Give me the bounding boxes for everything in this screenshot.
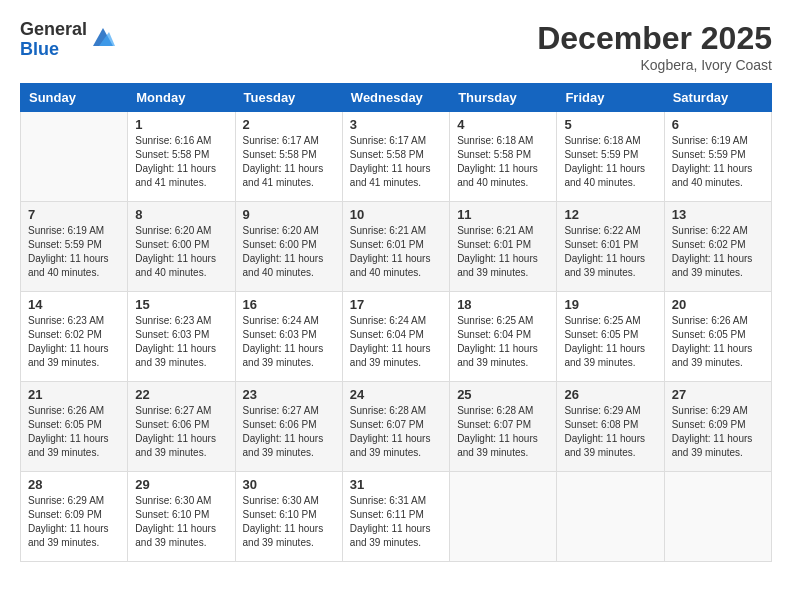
calendar-cell: 20Sunrise: 6:26 AM Sunset: 6:05 PM Dayli… [664, 292, 771, 382]
calendar-cell: 31Sunrise: 6:31 AM Sunset: 6:11 PM Dayli… [342, 472, 449, 562]
weekday-header: Monday [128, 84, 235, 112]
day-number: 28 [28, 477, 120, 492]
day-number: 2 [243, 117, 335, 132]
calendar-header-row: SundayMondayTuesdayWednesdayThursdayFrid… [21, 84, 772, 112]
day-number: 26 [564, 387, 656, 402]
calendar-week-row: 1Sunrise: 6:16 AM Sunset: 5:58 PM Daylig… [21, 112, 772, 202]
calendar-cell: 26Sunrise: 6:29 AM Sunset: 6:08 PM Dayli… [557, 382, 664, 472]
day-number: 31 [350, 477, 442, 492]
calendar-week-row: 14Sunrise: 6:23 AM Sunset: 6:02 PM Dayli… [21, 292, 772, 382]
calendar-cell: 8Sunrise: 6:20 AM Sunset: 6:00 PM Daylig… [128, 202, 235, 292]
day-number: 6 [672, 117, 764, 132]
day-info: Sunrise: 6:23 AM Sunset: 6:03 PM Dayligh… [135, 314, 227, 370]
day-number: 13 [672, 207, 764, 222]
calendar-cell: 3Sunrise: 6:17 AM Sunset: 5:58 PM Daylig… [342, 112, 449, 202]
day-number: 20 [672, 297, 764, 312]
day-number: 27 [672, 387, 764, 402]
calendar-cell: 11Sunrise: 6:21 AM Sunset: 6:01 PM Dayli… [450, 202, 557, 292]
day-number: 4 [457, 117, 549, 132]
day-number: 5 [564, 117, 656, 132]
calendar-cell: 25Sunrise: 6:28 AM Sunset: 6:07 PM Dayli… [450, 382, 557, 472]
day-info: Sunrise: 6:30 AM Sunset: 6:10 PM Dayligh… [135, 494, 227, 550]
day-info: Sunrise: 6:24 AM Sunset: 6:04 PM Dayligh… [350, 314, 442, 370]
day-info: Sunrise: 6:26 AM Sunset: 6:05 PM Dayligh… [28, 404, 120, 460]
day-info: Sunrise: 6:19 AM Sunset: 5:59 PM Dayligh… [672, 134, 764, 190]
calendar-cell: 30Sunrise: 6:30 AM Sunset: 6:10 PM Dayli… [235, 472, 342, 562]
day-info: Sunrise: 6:25 AM Sunset: 6:04 PM Dayligh… [457, 314, 549, 370]
day-info: Sunrise: 6:22 AM Sunset: 6:02 PM Dayligh… [672, 224, 764, 280]
calendar-week-row: 28Sunrise: 6:29 AM Sunset: 6:09 PM Dayli… [21, 472, 772, 562]
calendar-cell: 17Sunrise: 6:24 AM Sunset: 6:04 PM Dayli… [342, 292, 449, 382]
day-number: 8 [135, 207, 227, 222]
day-number: 23 [243, 387, 335, 402]
calendar-cell: 5Sunrise: 6:18 AM Sunset: 5:59 PM Daylig… [557, 112, 664, 202]
day-number: 22 [135, 387, 227, 402]
calendar-cell: 23Sunrise: 6:27 AM Sunset: 6:06 PM Dayli… [235, 382, 342, 472]
calendar-cell: 12Sunrise: 6:22 AM Sunset: 6:01 PM Dayli… [557, 202, 664, 292]
calendar-cell [664, 472, 771, 562]
day-info: Sunrise: 6:30 AM Sunset: 6:10 PM Dayligh… [243, 494, 335, 550]
weekday-header: Thursday [450, 84, 557, 112]
logo-text: General Blue [20, 20, 87, 60]
calendar-cell: 27Sunrise: 6:29 AM Sunset: 6:09 PM Dayli… [664, 382, 771, 472]
day-info: Sunrise: 6:31 AM Sunset: 6:11 PM Dayligh… [350, 494, 442, 550]
day-number: 11 [457, 207, 549, 222]
calendar-cell: 1Sunrise: 6:16 AM Sunset: 5:58 PM Daylig… [128, 112, 235, 202]
day-info: Sunrise: 6:23 AM Sunset: 6:02 PM Dayligh… [28, 314, 120, 370]
day-number: 3 [350, 117, 442, 132]
logo-icon [89, 24, 117, 52]
page-header: General Blue December 2025 Kogbera, Ivor… [20, 20, 772, 73]
day-info: Sunrise: 6:28 AM Sunset: 6:07 PM Dayligh… [350, 404, 442, 460]
day-info: Sunrise: 6:18 AM Sunset: 5:58 PM Dayligh… [457, 134, 549, 190]
day-number: 25 [457, 387, 549, 402]
weekday-header: Friday [557, 84, 664, 112]
day-number: 21 [28, 387, 120, 402]
calendar-week-row: 21Sunrise: 6:26 AM Sunset: 6:05 PM Dayli… [21, 382, 772, 472]
day-number: 7 [28, 207, 120, 222]
calendar-cell: 14Sunrise: 6:23 AM Sunset: 6:02 PM Dayli… [21, 292, 128, 382]
day-info: Sunrise: 6:25 AM Sunset: 6:05 PM Dayligh… [564, 314, 656, 370]
calendar-cell: 13Sunrise: 6:22 AM Sunset: 6:02 PM Dayli… [664, 202, 771, 292]
calendar-cell: 18Sunrise: 6:25 AM Sunset: 6:04 PM Dayli… [450, 292, 557, 382]
calendar-cell: 6Sunrise: 6:19 AM Sunset: 5:59 PM Daylig… [664, 112, 771, 202]
day-number: 10 [350, 207, 442, 222]
day-info: Sunrise: 6:28 AM Sunset: 6:07 PM Dayligh… [457, 404, 549, 460]
logo-blue: Blue [20, 40, 87, 60]
day-info: Sunrise: 6:21 AM Sunset: 6:01 PM Dayligh… [350, 224, 442, 280]
calendar-cell: 10Sunrise: 6:21 AM Sunset: 6:01 PM Dayli… [342, 202, 449, 292]
day-info: Sunrise: 6:17 AM Sunset: 5:58 PM Dayligh… [243, 134, 335, 190]
calendar-cell: 9Sunrise: 6:20 AM Sunset: 6:00 PM Daylig… [235, 202, 342, 292]
day-info: Sunrise: 6:22 AM Sunset: 6:01 PM Dayligh… [564, 224, 656, 280]
day-info: Sunrise: 6:20 AM Sunset: 6:00 PM Dayligh… [243, 224, 335, 280]
calendar-cell [450, 472, 557, 562]
logo-general: General [20, 20, 87, 40]
day-info: Sunrise: 6:27 AM Sunset: 6:06 PM Dayligh… [243, 404, 335, 460]
weekday-header: Saturday [664, 84, 771, 112]
day-info: Sunrise: 6:26 AM Sunset: 6:05 PM Dayligh… [672, 314, 764, 370]
calendar-week-row: 7Sunrise: 6:19 AM Sunset: 5:59 PM Daylig… [21, 202, 772, 292]
day-number: 30 [243, 477, 335, 492]
day-number: 1 [135, 117, 227, 132]
weekday-header: Tuesday [235, 84, 342, 112]
month-title: December 2025 [537, 20, 772, 57]
weekday-header: Sunday [21, 84, 128, 112]
day-number: 29 [135, 477, 227, 492]
day-number: 15 [135, 297, 227, 312]
calendar-cell [557, 472, 664, 562]
calendar-cell: 7Sunrise: 6:19 AM Sunset: 5:59 PM Daylig… [21, 202, 128, 292]
day-info: Sunrise: 6:21 AM Sunset: 6:01 PM Dayligh… [457, 224, 549, 280]
day-number: 19 [564, 297, 656, 312]
title-section: December 2025 Kogbera, Ivory Coast [537, 20, 772, 73]
day-info: Sunrise: 6:16 AM Sunset: 5:58 PM Dayligh… [135, 134, 227, 190]
calendar-cell: 2Sunrise: 6:17 AM Sunset: 5:58 PM Daylig… [235, 112, 342, 202]
calendar-cell: 24Sunrise: 6:28 AM Sunset: 6:07 PM Dayli… [342, 382, 449, 472]
day-number: 24 [350, 387, 442, 402]
day-number: 17 [350, 297, 442, 312]
calendar-table: SundayMondayTuesdayWednesdayThursdayFrid… [20, 83, 772, 562]
calendar-cell: 15Sunrise: 6:23 AM Sunset: 6:03 PM Dayli… [128, 292, 235, 382]
calendar-cell: 22Sunrise: 6:27 AM Sunset: 6:06 PM Dayli… [128, 382, 235, 472]
day-info: Sunrise: 6:19 AM Sunset: 5:59 PM Dayligh… [28, 224, 120, 280]
day-number: 14 [28, 297, 120, 312]
day-info: Sunrise: 6:18 AM Sunset: 5:59 PM Dayligh… [564, 134, 656, 190]
calendar-cell: 19Sunrise: 6:25 AM Sunset: 6:05 PM Dayli… [557, 292, 664, 382]
